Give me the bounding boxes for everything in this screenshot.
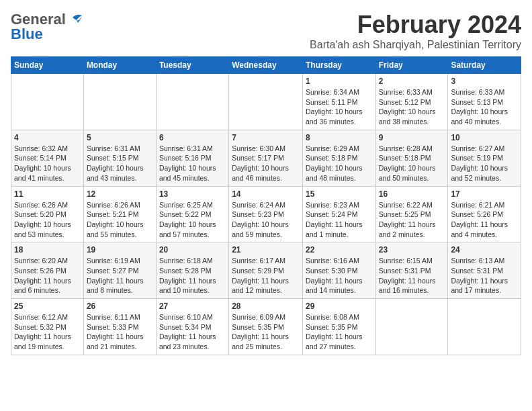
day-number: 25 <box>14 302 81 311</box>
day-info: Sunrise: 6:25 AM Sunset: 5:22 PM Dayligh… <box>159 200 226 240</box>
day-info: Sunrise: 6:31 AM Sunset: 5:15 PM Dayligh… <box>87 144 153 183</box>
day-info: Sunrise: 6:31 AM Sunset: 5:16 PM Dayligh… <box>159 144 226 183</box>
calendar-cell: 7Sunrise: 6:30 AM Sunset: 5:17 PM Daylig… <box>229 130 303 186</box>
day-header-thursday: Thursday <box>302 57 375 74</box>
day-number: 15 <box>306 189 373 199</box>
day-number: 17 <box>451 189 518 199</box>
calendar-cell: 21Sunrise: 6:17 AM Sunset: 5:29 PM Dayli… <box>229 242 303 299</box>
day-info: Sunrise: 6:20 AM Sunset: 5:26 PM Dayligh… <box>14 256 81 295</box>
calendar-week-1: 1Sunrise: 6:34 AM Sunset: 5:11 PM Daylig… <box>11 74 521 130</box>
calendar-week-2: 4Sunrise: 6:32 AM Sunset: 5:14 PM Daylig… <box>11 130 521 186</box>
calendar-cell <box>448 299 521 355</box>
day-info: Sunrise: 6:19 AM Sunset: 5:27 PM Dayligh… <box>87 256 153 295</box>
calendar-cell: 6Sunrise: 6:31 AM Sunset: 5:16 PM Daylig… <box>156 130 228 186</box>
calendar-cell: 24Sunrise: 6:13 AM Sunset: 5:31 PM Dayli… <box>448 242 521 299</box>
day-number: 12 <box>87 189 153 199</box>
calendar-cell: 20Sunrise: 6:18 AM Sunset: 5:28 PM Dayli… <box>156 242 228 299</box>
day-info: Sunrise: 6:32 AM Sunset: 5:14 PM Dayligh… <box>14 144 81 183</box>
day-info: Sunrise: 6:33 AM Sunset: 5:12 PM Dayligh… <box>379 87 445 127</box>
calendar-cell: 19Sunrise: 6:19 AM Sunset: 5:27 PM Dayli… <box>83 242 156 299</box>
calendar-cell: 18Sunrise: 6:20 AM Sunset: 5:26 PM Dayli… <box>11 242 84 299</box>
calendar-cell: 26Sunrise: 6:11 AM Sunset: 5:33 PM Dayli… <box>83 299 156 355</box>
day-info: Sunrise: 6:08 AM Sunset: 5:35 PM Dayligh… <box>306 312 373 352</box>
day-info: Sunrise: 6:15 AM Sunset: 5:31 PM Dayligh… <box>379 256 445 295</box>
day-number: 2 <box>379 77 445 86</box>
day-header-saturday: Saturday <box>448 57 521 74</box>
day-header-monday: Monday <box>83 57 156 74</box>
day-number: 13 <box>159 189 226 199</box>
day-info: Sunrise: 6:33 AM Sunset: 5:13 PM Dayligh… <box>451 87 518 127</box>
calendar-cell: 5Sunrise: 6:31 AM Sunset: 5:15 PM Daylig… <box>83 130 156 186</box>
calendar-week-5: 25Sunrise: 6:12 AM Sunset: 5:32 PM Dayli… <box>11 299 521 355</box>
day-info: Sunrise: 6:11 AM Sunset: 5:33 PM Dayligh… <box>87 312 153 352</box>
day-info: Sunrise: 6:22 AM Sunset: 5:25 PM Dayligh… <box>379 200 445 240</box>
calendar-cell: 8Sunrise: 6:29 AM Sunset: 5:18 PM Daylig… <box>302 130 375 186</box>
day-number: 6 <box>159 133 226 142</box>
day-number: 10 <box>451 133 518 142</box>
page-header: General Blue February 2024 Barta'ah ash … <box>11 11 521 51</box>
calendar-cell: 29Sunrise: 6:08 AM Sunset: 5:35 PM Dayli… <box>302 299 375 355</box>
calendar-cell: 13Sunrise: 6:25 AM Sunset: 5:22 PM Dayli… <box>156 186 228 242</box>
day-number: 18 <box>14 245 81 255</box>
day-info: Sunrise: 6:27 AM Sunset: 5:19 PM Dayligh… <box>451 144 518 183</box>
day-info: Sunrise: 6:13 AM Sunset: 5:31 PM Dayligh… <box>451 256 518 295</box>
calendar-cell <box>375 299 448 355</box>
logo: General Blue <box>11 11 85 43</box>
calendar-cell: 4Sunrise: 6:32 AM Sunset: 5:14 PM Daylig… <box>11 130 84 186</box>
calendar-cell: 23Sunrise: 6:15 AM Sunset: 5:31 PM Dayli… <box>375 242 448 299</box>
day-number: 23 <box>379 245 445 255</box>
calendar-cell <box>229 74 303 130</box>
calendar: SundayMondayTuesdayWednesdayThursdayFrid… <box>11 56 521 355</box>
day-number: 7 <box>232 133 300 142</box>
day-number: 19 <box>87 245 153 255</box>
calendar-cell <box>83 74 156 130</box>
calendar-cell: 2Sunrise: 6:33 AM Sunset: 5:12 PM Daylig… <box>375 74 448 130</box>
calendar-cell <box>156 74 228 130</box>
day-number: 20 <box>159 245 226 255</box>
month-title: February 2024 <box>310 11 521 39</box>
day-number: 9 <box>379 133 445 142</box>
calendar-cell: 1Sunrise: 6:34 AM Sunset: 5:11 PM Daylig… <box>302 74 375 130</box>
day-info: Sunrise: 6:10 AM Sunset: 5:34 PM Dayligh… <box>159 312 226 352</box>
calendar-cell: 28Sunrise: 6:09 AM Sunset: 5:35 PM Dayli… <box>229 299 303 355</box>
day-number: 29 <box>306 302 373 311</box>
day-info: Sunrise: 6:21 AM Sunset: 5:26 PM Dayligh… <box>451 200 518 240</box>
day-info: Sunrise: 6:26 AM Sunset: 5:20 PM Dayligh… <box>14 200 81 240</box>
day-number: 21 <box>232 245 300 255</box>
calendar-cell: 14Sunrise: 6:24 AM Sunset: 5:23 PM Dayli… <box>229 186 303 242</box>
calendar-cell: 25Sunrise: 6:12 AM Sunset: 5:32 PM Dayli… <box>11 299 84 355</box>
day-number: 8 <box>306 133 373 142</box>
day-number: 3 <box>451 77 518 86</box>
calendar-cell: 3Sunrise: 6:33 AM Sunset: 5:13 PM Daylig… <box>448 74 521 130</box>
day-header-wednesday: Wednesday <box>229 57 303 74</box>
day-info: Sunrise: 6:24 AM Sunset: 5:23 PM Dayligh… <box>232 200 300 240</box>
calendar-cell: 11Sunrise: 6:26 AM Sunset: 5:20 PM Dayli… <box>11 186 84 242</box>
logo-blue: Blue <box>11 26 43 43</box>
day-number: 11 <box>14 189 81 199</box>
logo-bird-icon <box>67 12 85 27</box>
day-number: 26 <box>87 302 153 311</box>
day-info: Sunrise: 6:29 AM Sunset: 5:18 PM Dayligh… <box>306 144 373 183</box>
day-info: Sunrise: 6:34 AM Sunset: 5:11 PM Dayligh… <box>306 87 373 127</box>
day-info: Sunrise: 6:30 AM Sunset: 5:17 PM Dayligh… <box>232 144 300 183</box>
calendar-week-3: 11Sunrise: 6:26 AM Sunset: 5:20 PM Dayli… <box>11 186 521 242</box>
day-number: 28 <box>232 302 300 311</box>
day-info: Sunrise: 6:18 AM Sunset: 5:28 PM Dayligh… <box>159 256 226 295</box>
calendar-cell: 16Sunrise: 6:22 AM Sunset: 5:25 PM Dayli… <box>375 186 448 242</box>
calendar-cell <box>11 74 84 130</box>
day-info: Sunrise: 6:26 AM Sunset: 5:21 PM Dayligh… <box>87 200 153 240</box>
day-info: Sunrise: 6:17 AM Sunset: 5:29 PM Dayligh… <box>232 256 300 295</box>
day-info: Sunrise: 6:16 AM Sunset: 5:30 PM Dayligh… <box>306 256 373 295</box>
day-number: 5 <box>87 133 153 142</box>
day-number: 1 <box>306 77 373 86</box>
day-number: 27 <box>159 302 226 311</box>
calendar-cell: 22Sunrise: 6:16 AM Sunset: 5:30 PM Dayli… <box>302 242 375 299</box>
calendar-cell: 10Sunrise: 6:27 AM Sunset: 5:19 PM Dayli… <box>448 130 521 186</box>
day-header-friday: Friday <box>375 57 448 74</box>
day-info: Sunrise: 6:23 AM Sunset: 5:24 PM Dayligh… <box>306 200 373 240</box>
calendar-week-4: 18Sunrise: 6:20 AM Sunset: 5:26 PM Dayli… <box>11 242 521 299</box>
calendar-cell: 17Sunrise: 6:21 AM Sunset: 5:26 PM Dayli… <box>448 186 521 242</box>
day-info: Sunrise: 6:28 AM Sunset: 5:18 PM Dayligh… <box>379 144 445 183</box>
day-info: Sunrise: 6:12 AM Sunset: 5:32 PM Dayligh… <box>14 312 81 352</box>
calendar-cell: 27Sunrise: 6:10 AM Sunset: 5:34 PM Dayli… <box>156 299 228 355</box>
